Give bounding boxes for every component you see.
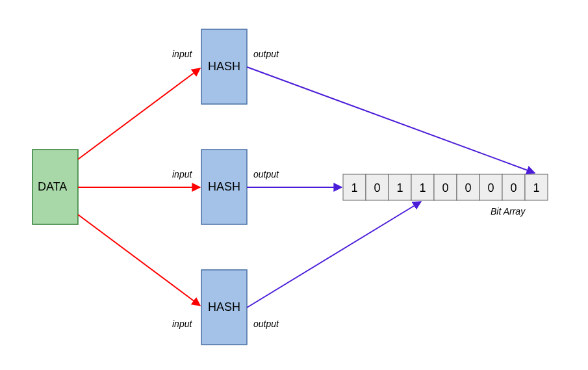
bit-cell-7: 0 — [510, 181, 517, 194]
hash-box-3: HASH — [201, 270, 247, 345]
data-box: DATA — [32, 150, 78, 224]
input-label-1: input — [172, 49, 192, 59]
hash-box-2: HASH — [201, 150, 247, 224]
hash-label-3: HASH — [208, 300, 240, 313]
arrow-output-1 — [247, 67, 535, 173]
bit-cell-6: 0 — [487, 181, 494, 194]
output-label-2: output — [253, 169, 279, 179]
bit-array-label: Bit Array — [491, 206, 526, 217]
bit-array: 1 0 1 1 0 0 0 0 1 — [343, 174, 548, 200]
output-label-1: output — [253, 49, 279, 59]
bit-cell-3: 1 — [419, 181, 426, 194]
arrow-output-3 — [247, 202, 421, 308]
hash-label-1: HASH — [208, 60, 240, 73]
bit-cell-4: 0 — [442, 181, 448, 194]
arrow-input-1 — [78, 68, 200, 159]
bit-cell-1: 0 — [374, 181, 380, 194]
hash-box-1: HASH — [201, 29, 247, 104]
output-label-3: output — [253, 319, 279, 329]
bit-cell-0: 1 — [351, 181, 357, 194]
input-label-2: input — [172, 169, 192, 179]
input-label-3: input — [172, 319, 192, 329]
hash-label-2: HASH — [208, 180, 240, 193]
bloom-filter-diagram: DATA HASH HASH HASH input input input 1 … — [0, 0, 588, 370]
bit-cell-5: 0 — [465, 181, 471, 194]
bit-cell-2: 1 — [396, 181, 403, 194]
bit-cell-8: 1 — [533, 181, 539, 194]
arrow-input-3 — [78, 215, 200, 306]
data-label: DATA — [38, 180, 67, 193]
